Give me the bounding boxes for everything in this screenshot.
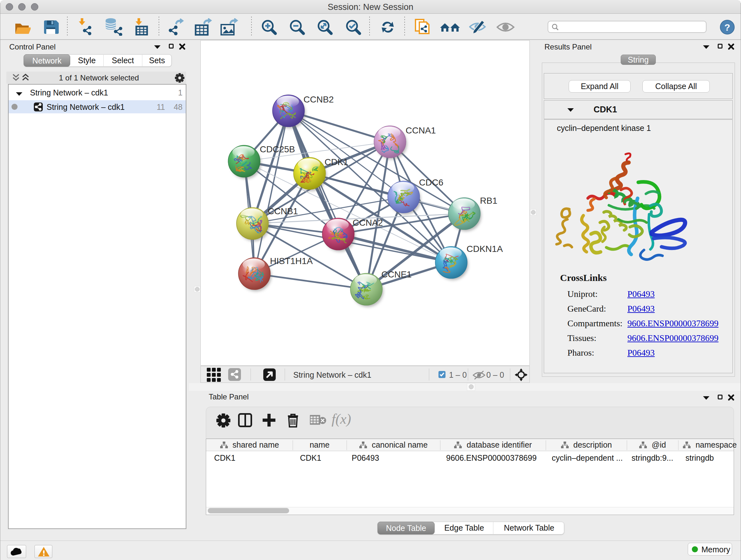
- svg-text:CDKN1A: CDKN1A: [467, 244, 503, 254]
- svg-text:CCNA2: CCNA2: [353, 218, 383, 228]
- svg-text:HIST1H1A: HIST1H1A: [270, 256, 313, 266]
- svg-text:CCNE1: CCNE1: [381, 269, 412, 279]
- svg-text:CCNB1: CCNB1: [268, 206, 298, 216]
- svg-text:CDC25B: CDC25B: [260, 144, 295, 154]
- svg-text:CCNA1: CCNA1: [406, 125, 436, 135]
- svg-text:CDK1: CDK1: [325, 157, 348, 167]
- svg-text:CCNB2: CCNB2: [304, 95, 334, 105]
- svg-text:CDC6: CDC6: [419, 178, 443, 187]
- svg-text:RB1: RB1: [480, 196, 497, 206]
